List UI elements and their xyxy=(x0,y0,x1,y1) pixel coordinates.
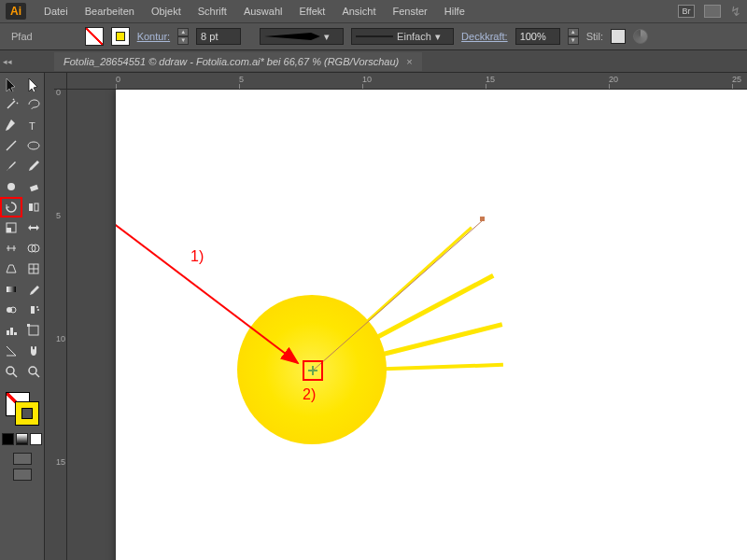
svg-rect-23 xyxy=(29,326,38,335)
style-swatch[interactable] xyxy=(611,29,626,44)
menu-window[interactable]: Fenster xyxy=(384,3,435,20)
tool-scale[interactable] xyxy=(1,218,21,237)
svg-line-26 xyxy=(13,373,17,377)
tool-blend[interactable] xyxy=(1,301,21,319)
svg-rect-21 xyxy=(10,328,13,335)
svg-rect-14 xyxy=(7,287,16,292)
close-icon[interactable]: × xyxy=(406,56,412,67)
object-type-label: Pfad xyxy=(11,31,33,42)
svg-rect-24 xyxy=(27,324,30,327)
annotation-2: 2) xyxy=(303,386,316,403)
svg-rect-6 xyxy=(29,185,37,191)
tool-paintbrush[interactable] xyxy=(1,157,21,175)
tool-shape-builder[interactable] xyxy=(23,239,44,258)
tool-pencil[interactable] xyxy=(23,157,44,175)
tool-free-transform[interactable] xyxy=(23,218,44,237)
document-tab-bar: ◂◂ Fotolia_28654551 © ddraw - Fotolia.co… xyxy=(0,50,747,73)
svg-point-19 xyxy=(37,309,39,311)
recolor-icon[interactable] xyxy=(633,29,648,44)
opacity-spinner[interactable]: ▲▼ xyxy=(568,28,579,45)
stroke-color[interactable] xyxy=(15,401,39,426)
workspace: T 0510152025 05101520 xyxy=(0,73,747,560)
ruler-horizontal[interactable]: 0510152025 xyxy=(67,73,747,90)
tool-ellipse[interactable] xyxy=(23,136,44,155)
tool-column-graph[interactable] xyxy=(1,321,21,340)
svg-rect-17 xyxy=(31,306,35,314)
panel-collapse-icon[interactable]: ◂◂ xyxy=(0,57,15,66)
menu-type[interactable]: Schrift xyxy=(190,3,235,20)
menu-view[interactable]: Ansicht xyxy=(333,3,384,20)
tool-mesh[interactable] xyxy=(23,259,44,278)
opacity-label[interactable]: Deckkraft: xyxy=(461,31,508,42)
tool-perspective[interactable] xyxy=(1,259,21,278)
tool-rotate[interactable] xyxy=(1,198,21,217)
tool-symbol-sprayer[interactable] xyxy=(23,301,44,319)
svg-point-5 xyxy=(7,183,15,190)
stroke-weight-input[interactable]: 8 pt xyxy=(196,28,241,45)
tool-hand[interactable] xyxy=(23,342,44,360)
tool-lasso[interactable] xyxy=(23,95,44,114)
tool-zoom2[interactable] xyxy=(23,362,44,381)
svg-rect-20 xyxy=(7,330,9,335)
svg-marker-0 xyxy=(264,33,320,40)
svg-point-25 xyxy=(7,367,14,374)
fill-swatch[interactable] xyxy=(85,27,104,46)
tool-blob[interactable] xyxy=(1,177,21,196)
svg-text:T: T xyxy=(29,120,35,132)
tool-artboard[interactable] xyxy=(23,321,44,340)
fill-stroke-control[interactable] xyxy=(4,390,41,427)
tool-eyedropper[interactable] xyxy=(23,280,44,299)
tool-type[interactable]: T xyxy=(23,116,44,134)
screen-mode-icon-2[interactable] xyxy=(13,469,32,481)
color-mode-icon[interactable] xyxy=(2,433,14,445)
tool-magic-wand[interactable] xyxy=(1,95,21,114)
bridge-icon[interactable]: Br xyxy=(678,5,695,18)
menu-edit[interactable]: Bearbeiten xyxy=(77,3,143,20)
tool-eraser[interactable] xyxy=(23,177,44,196)
canvas[interactable]: 1) 2) xyxy=(67,90,747,560)
opacity-input[interactable]: 100% xyxy=(515,28,560,45)
stroke-swatch[interactable] xyxy=(111,27,130,46)
menu-object[interactable]: Objekt xyxy=(143,3,190,20)
tool-reflect[interactable] xyxy=(23,198,44,217)
rotate-center-icon[interactable] xyxy=(310,368,316,373)
svg-point-4 xyxy=(28,142,39,149)
svg-line-3 xyxy=(7,141,16,150)
brush-dropdown[interactable]: ▾ xyxy=(260,28,344,45)
stroke-weight-spinner[interactable]: ▲▼ xyxy=(177,28,189,45)
style-label: Stil: xyxy=(586,31,603,42)
control-bar: Pfad Kontur: ▲▼ 8 pt ▾ Einfach ▾ Deckkra… xyxy=(0,22,747,50)
tool-width[interactable] xyxy=(1,239,21,258)
none-mode-icon[interactable] xyxy=(30,433,42,445)
tool-selection[interactable] xyxy=(1,75,21,93)
menu-file[interactable]: Datei xyxy=(35,3,77,20)
gradient-mode-icon[interactable] xyxy=(16,433,28,445)
svg-rect-7 xyxy=(29,203,33,211)
menu-help[interactable]: Hilfe xyxy=(436,3,473,20)
profile-dropdown[interactable]: Einfach ▾ xyxy=(351,28,454,45)
sync-icon[interactable]: ↯ xyxy=(730,4,741,19)
menu-select[interactable]: Auswahl xyxy=(235,3,291,20)
svg-point-27 xyxy=(29,367,36,374)
tool-pen[interactable] xyxy=(1,116,21,134)
menu-effect[interactable]: Effekt xyxy=(290,3,333,20)
ruler-vertical[interactable]: 05101520 xyxy=(54,90,67,560)
arrange-icon[interactable] xyxy=(704,5,721,18)
chevron-down-icon: ▾ xyxy=(435,31,441,43)
tool-direct-selection[interactable] xyxy=(23,75,44,93)
svg-point-18 xyxy=(36,306,38,308)
screen-mode-icon[interactable] xyxy=(13,453,32,465)
tool-zoom[interactable] xyxy=(1,362,21,381)
stroke-label[interactable]: Kontur: xyxy=(137,31,170,42)
tool-line[interactable] xyxy=(1,136,21,155)
document-tab[interactable]: Fotolia_28654551 © ddraw - Fotolia.com.a… xyxy=(54,52,422,71)
tool-slice[interactable] xyxy=(1,342,21,360)
tool-gradient[interactable] xyxy=(1,280,21,299)
svg-rect-22 xyxy=(14,332,17,335)
tools-panel: T xyxy=(0,73,45,560)
svg-line-28 xyxy=(35,373,39,377)
artboard[interactable]: 1) 2) xyxy=(116,90,747,560)
anchor-handle[interactable] xyxy=(480,217,485,221)
document-tab-title: Fotolia_28654551 © ddraw - Fotolia.com.a… xyxy=(63,56,399,67)
profile-label: Einfach xyxy=(397,31,431,42)
